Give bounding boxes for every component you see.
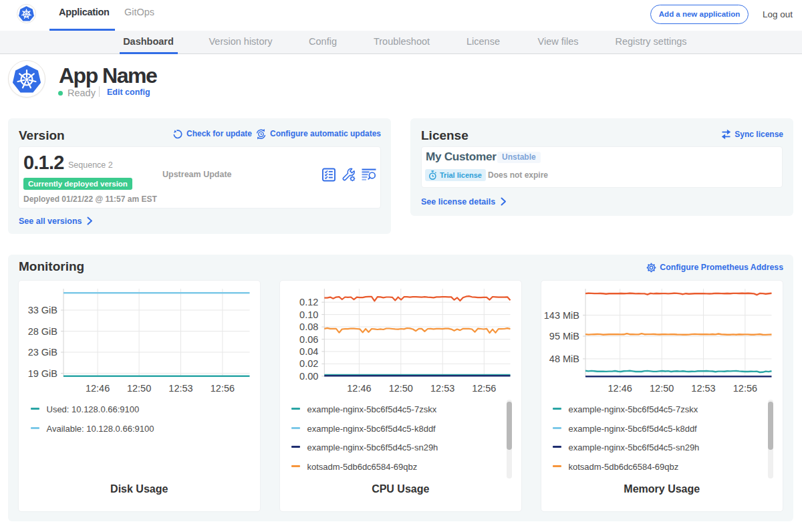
svg-text:0.04: 0.04 (299, 346, 318, 357)
svg-text:0.08: 0.08 (299, 321, 318, 332)
svg-text:12:53: 12:53 (430, 383, 454, 394)
svg-text:12:50: 12:50 (388, 383, 412, 394)
svg-text:33 GiB: 33 GiB (27, 305, 57, 315)
svg-text:12:46: 12:46 (85, 383, 109, 394)
svg-text:0.10: 0.10 (299, 309, 318, 320)
svg-text:12:53: 12:53 (168, 383, 192, 394)
svg-text:95 MiB: 95 MiB (549, 331, 579, 342)
svg-text:48 MiB: 48 MiB (549, 354, 579, 364)
svg-text:12:46: 12:46 (608, 383, 632, 394)
svg-text:0.06: 0.06 (299, 334, 318, 345)
svg-text:23 GiB: 23 GiB (27, 347, 57, 358)
svg-text:12:56: 12:56 (732, 383, 757, 394)
svg-text:0.00: 0.00 (299, 371, 318, 382)
svg-text:12:50: 12:50 (126, 383, 150, 394)
svg-text:143 MiB: 143 MiB (543, 310, 579, 321)
svg-text:12:46: 12:46 (347, 383, 371, 394)
svg-text:12:50: 12:50 (650, 383, 674, 394)
svg-text:0.12: 0.12 (299, 297, 318, 307)
svg-text:12:53: 12:53 (691, 383, 715, 394)
svg-text:28 GiB: 28 GiB (27, 326, 57, 337)
svg-text:0.02: 0.02 (299, 358, 318, 369)
svg-text:12:56: 12:56 (472, 383, 496, 394)
svg-text:19 GiB: 19 GiB (27, 368, 57, 379)
svg-text:12:56: 12:56 (210, 383, 234, 394)
